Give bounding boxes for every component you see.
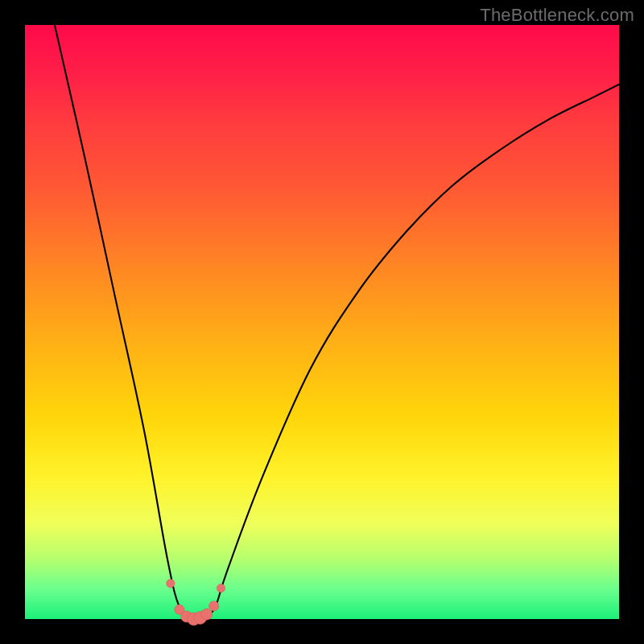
trough-bead xyxy=(201,609,213,620)
bottleneck-curve xyxy=(55,25,619,621)
trough-bead xyxy=(217,584,225,592)
trough-beads-group xyxy=(167,580,225,625)
trough-bead xyxy=(167,580,175,588)
plot-area xyxy=(25,25,619,619)
chart-frame: TheBottleneck.com xyxy=(0,0,644,644)
chart-svg xyxy=(25,25,619,619)
watermark-text: TheBottleneck.com xyxy=(480,5,634,26)
curve-layer xyxy=(55,25,619,621)
trough-bead xyxy=(209,601,219,611)
